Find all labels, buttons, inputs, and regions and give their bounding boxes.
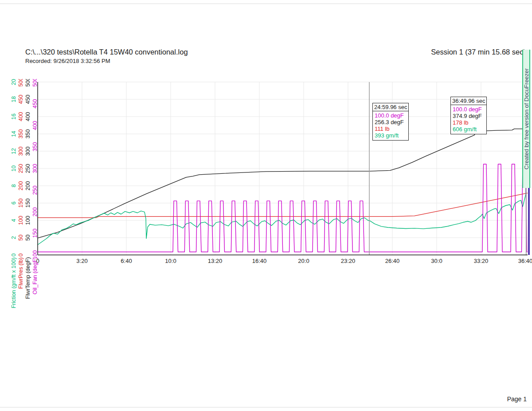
x-tick-label: 16:40 [252, 258, 267, 264]
y-axis-labels: 0246810121416182005010015020025030035040… [0, 79, 39, 258]
y-tick-oil: 450 [32, 99, 38, 108]
y-tick-friction: 16 [11, 114, 17, 120]
y-tick-temp: 500 [25, 79, 31, 86]
y-tick-temp: 150 [25, 199, 31, 208]
x-tick-label: 20:0 [298, 258, 309, 264]
readout-flwrtemp: 256.3 degF [375, 119, 407, 125]
y-tick-pres: 250 [18, 164, 24, 173]
y-tick-pres: 500 [18, 79, 24, 86]
readout-flwrpres: 178 lb [453, 119, 485, 126]
y-tick-friction: 0 [11, 254, 17, 257]
x-tick-label: 23:20 [341, 258, 356, 264]
y-tick-pres: 450 [18, 95, 24, 104]
y-tick-temp: 200 [25, 181, 31, 191]
y-tick-friction: 20 [11, 79, 17, 85]
readout-friction: 606 gm/ft [453, 126, 485, 133]
watermark-ribbon: Created by free version of DocuFreezer [522, 50, 530, 188]
y-tick-pres: 200 [18, 181, 24, 191]
x-tick-label: 10:0 [165, 258, 176, 264]
y-tick-temp: 50 [25, 235, 31, 241]
y-tick-temp: 100 [25, 216, 31, 225]
y-tick-pres: 350 [18, 129, 24, 139]
y-tick-friction: 18 [11, 96, 17, 102]
y-tick-oil: 150 [32, 229, 38, 238]
y-tick-friction: 6 [11, 202, 17, 205]
y-tick-pres: 50 [18, 235, 24, 241]
y-tick-oil: 350 [32, 142, 38, 152]
y-tick-oil: 200 [32, 207, 38, 216]
watermark-text: Created by free version of DocuFreezer [523, 68, 530, 169]
y-tick-temp: 400 [25, 112, 31, 121]
readout-friction: 393 gm/ft [375, 132, 407, 139]
x-tick-label: 3:20 [76, 258, 87, 264]
y-tick-pres: 100 [18, 216, 24, 225]
y-tick-pres: 400 [18, 112, 24, 121]
series-flwrpres [38, 193, 528, 217]
readout-flwrtemp: 374.9 degF [453, 113, 485, 119]
y-tick-temp: 300 [25, 147, 31, 156]
readout-oil-fan: 100.0 degF [375, 112, 407, 119]
y-tick-pres: 150 [18, 199, 24, 208]
x-tick-label: 13:20 [208, 258, 223, 264]
legend-pres: FlwrPres (lb) [18, 257, 24, 289]
cursor-readout-2: 36:49.96 sec 100.0 degF 374.9 degF 178 l… [450, 97, 487, 134]
y-tick-temp: 250 [25, 164, 31, 173]
y-tick-oil: 250 [32, 185, 38, 195]
cursor-readout-1: 24:59.96 sec 100.0 degF 256.3 degF 111 l… [372, 103, 409, 141]
legend-temp: FlwrTemp (degF) [25, 257, 31, 299]
cursor-time: 36:49.96 sec [451, 97, 486, 105]
y-tick-temp: 450 [25, 95, 31, 104]
y-tick-friction: 2 [11, 236, 17, 239]
report-page: C:\...\320 tests\Rotella T4 15W40 conven… [0, 0, 532, 411]
y-tick-friction: 4 [11, 219, 17, 222]
y-tick-oil: 300 [32, 164, 38, 173]
y-tick-friction: 12 [11, 148, 17, 154]
x-tick-label: 30:0 [431, 258, 442, 264]
x-tick-label: 6:40 [121, 258, 132, 264]
y-tick-friction: 10 [11, 165, 17, 172]
y-tick-pres: 300 [18, 147, 24, 156]
series-flwrtemp [38, 129, 528, 238]
y-tick-oil: 400 [32, 121, 38, 130]
readout-oil-fan: 100.0 degF [453, 106, 485, 113]
legend-oil: Oil_Fan (degF) [32, 257, 38, 294]
x-tick-label: 26:40 [385, 258, 400, 264]
page-number: Page 1 [507, 395, 527, 403]
x-tick-label: 36:40 [518, 258, 532, 264]
y-tick-friction: 8 [11, 184, 17, 188]
y-tick-friction: 14 [11, 131, 17, 137]
chart-plot [0, 0, 532, 411]
x-tick-label: 33:20 [474, 258, 489, 264]
y-tick-temp: 350 [25, 129, 31, 139]
legend-friction: Friction (gm/ft x 100) [11, 257, 17, 308]
readout-flwrpres: 111 lb [375, 125, 407, 132]
y-tick-pres: 0 [18, 254, 24, 257]
y-tick-oil: 500 [32, 79, 38, 86]
cursor-time: 24:59.96 sec [373, 103, 408, 111]
